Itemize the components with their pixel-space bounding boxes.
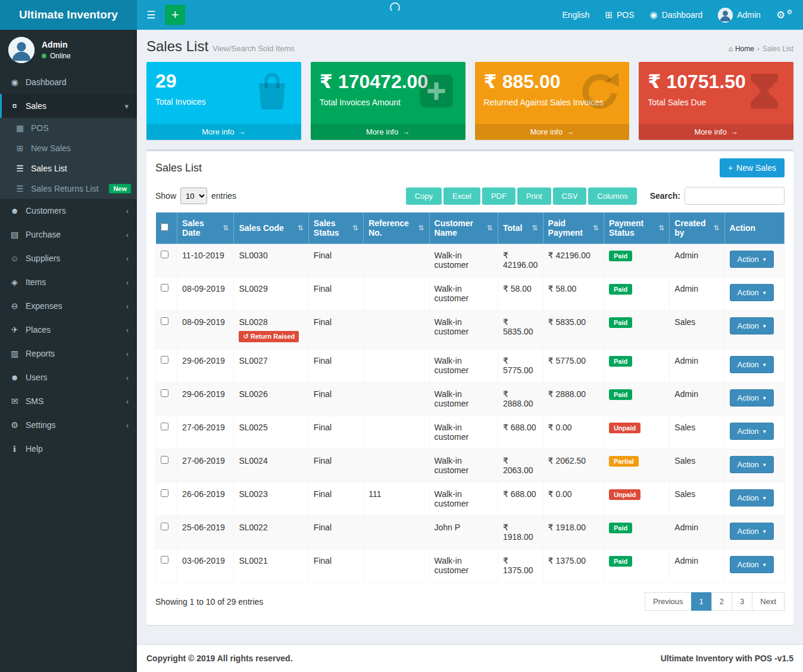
sidebar-item-dashboard[interactable]: ◉Dashboard [0,70,137,94]
sidebar-item-label: POS [31,123,49,133]
export-button-pdf[interactable]: PDF [482,187,515,205]
row-checkbox[interactable] [161,489,168,497]
sidebar-item-sales[interactable]: ¤Sales▾ [0,94,137,118]
payment-status-badge: Unpaid [609,423,640,433]
export-button-print[interactable]: Print [517,187,551,205]
export-button-excel[interactable]: Excel [443,187,480,205]
pagination-previous[interactable]: Previous [645,592,692,611]
column-header-paid-payment[interactable]: Paid Payment⇅ [543,212,604,244]
action-button[interactable]: Action▾ [730,389,774,407]
expenses-icon: ⊖ [9,301,20,311]
more-info-link[interactable]: More info→ [475,124,630,140]
column-header-total[interactable]: Total⇅ [498,212,543,244]
column-header-inner: Created by⇅ [674,218,719,237]
chevron-left-icon: ‹ [126,397,129,406]
sidebar-item-places[interactable]: ✈Places‹ [0,318,137,342]
payment-status-badge: Paid [609,523,632,533]
action-button[interactable]: Action▾ [730,284,774,301]
action-button[interactable]: Action▾ [730,489,774,507]
pagination-next[interactable]: Next [752,592,785,611]
sidebar-item-reports[interactable]: ▥Reports‹ [0,342,137,365]
column-header-action[interactable]: Action [724,212,784,244]
customer-name-cell: Walk-in customer [429,349,498,383]
nav-pos-link[interactable]: ⊞ POS [605,0,634,30]
sort-icon: ⇅ [658,224,664,232]
sales-code-cell: SL0022 [234,516,308,549]
sidebar-item-suppliers[interactable]: ☺Suppliers‹ [0,246,137,270]
nav-dashboard-link[interactable]: ◉ Dashboard [650,0,703,30]
created-by-cell: Admin [670,349,724,383]
row-checkbox-cell [156,449,177,483]
sidebar-item-sales-list[interactable]: ☰Sales List [0,158,137,179]
created-by-cell: Sales [670,449,724,483]
sidebar-item-items[interactable]: ◈Items‹ [0,270,137,294]
sidebar-item-users[interactable]: ☻Users‹ [0,365,137,389]
row-checkbox[interactable] [161,389,168,397]
column-header-customer-name[interactable]: Customer Name⇅ [429,212,498,244]
plus-icon: + [728,163,733,173]
customers-icon: ☻ [9,206,20,215]
action-button[interactable]: Action▾ [730,423,774,440]
search-input[interactable] [685,187,785,205]
action-button[interactable]: Action▾ [730,251,774,268]
language-menu[interactable]: English [563,0,590,30]
action-button[interactable]: Action▾ [730,317,774,335]
column-header-sales-status[interactable]: Sales Status⇅ [308,212,363,244]
row-checkbox[interactable] [161,284,168,292]
row-checkbox[interactable] [161,523,168,530]
action-button[interactable]: Action▾ [730,356,774,373]
more-info-link[interactable]: More info→ [146,124,301,140]
reference-no-cell [364,383,429,416]
caret-down-icon: ▾ [763,561,766,568]
settings-menu[interactable]: ⚙ ⚙ [776,0,792,30]
reports-icon: ▥ [9,349,20,358]
column-header-reference-no[interactable]: Reference No.⇅ [364,212,429,244]
sidebar-item-help[interactable]: ℹHelp [0,437,137,461]
sms-icon: ✉ [9,396,20,406]
export-button-csv[interactable]: CSV [553,187,587,205]
sidebar-item-pos[interactable]: ▦POS [0,118,137,138]
sidebar-item-sales-returns-list[interactable]: ☰Sales Returns ListNew [0,179,137,199]
user-status[interactable]: Online [42,52,71,60]
column-header-created-by[interactable]: Created by⇅ [670,212,724,244]
brand-logo[interactable]: Ultimate Inventory [0,0,137,30]
more-info-link[interactable]: More info→ [639,124,793,140]
sidebar-item-expenses[interactable]: ⊖Expenses‹ [0,294,137,318]
pagination-page-1[interactable]: 1 [691,592,712,611]
quick-add-button[interactable]: + [165,5,185,25]
chevron-left-icon: ‹ [126,326,129,335]
action-button[interactable]: Action▾ [730,523,774,540]
column-header-inner: Action [730,223,779,233]
export-button-columns[interactable]: Columns [588,187,636,205]
row-checkbox[interactable] [161,356,168,364]
more-info-link[interactable]: More info→ [311,124,465,140]
sidebar-item-purchase[interactable]: ▤Purchase‹ [0,223,137,246]
sidebar-item-sms[interactable]: ✉SMS‹ [0,389,137,413]
pagination-page-2[interactable]: 2 [711,592,732,611]
breadcrumb-home-link[interactable]: ⌂ Home [729,45,754,53]
user-menu[interactable]: Admin [718,0,761,30]
sidebar-item-settings[interactable]: ⚙Settings‹ [0,413,137,437]
sidebar-item-new-sales[interactable]: ⊞New Sales [0,138,137,158]
pagination-page-3[interactable]: 3 [732,592,752,611]
export-button-copy[interactable]: Copy [406,187,442,205]
sidebar-item-label: Places [26,325,51,335]
sidebar-item-label: Customers [26,206,66,215]
row-checkbox[interactable] [161,423,168,430]
row-checkbox[interactable] [161,556,168,564]
content-header: Sales ListView/Search Sold Items ⌂ Home … [137,30,803,62]
sidebar-toggle-button[interactable]: ☰ [137,0,165,30]
row-checkbox[interactable] [161,317,168,325]
column-header-sales-date[interactable]: Sales Date⇅ [177,212,234,244]
entries-select[interactable]: 10 [180,187,207,204]
action-button[interactable]: Action▾ [730,556,774,573]
column-header-payment-status[interactable]: Payment Status⇅ [604,212,669,244]
action-button-label: Action [738,460,759,469]
action-button[interactable]: Action▾ [730,456,774,473]
new-sales-button[interactable]: + New Sales [720,158,785,177]
select-all-checkbox[interactable] [161,223,168,231]
column-header-sales-code[interactable]: Sales Code⇅ [234,212,308,244]
row-checkbox[interactable] [161,456,168,464]
row-checkbox[interactable] [161,251,168,258]
sidebar-item-customers[interactable]: ☻Customers‹ [0,199,137,223]
